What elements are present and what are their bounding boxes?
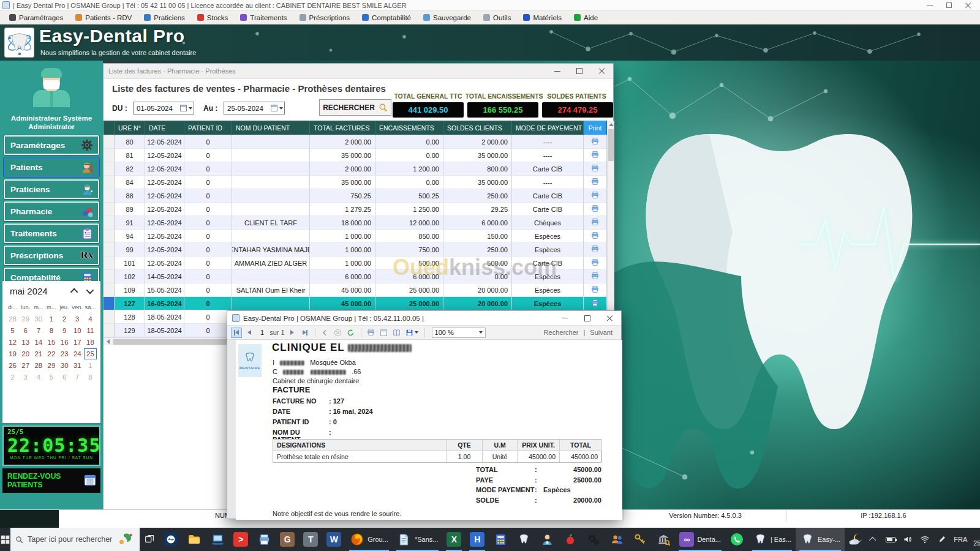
calendar-day[interactable]: 19 — [6, 348, 19, 359]
rendez-vous-button[interactable]: RENDEZ-VOUS PATIENTS — [2, 468, 100, 493]
table-row[interactable]: 10112-05-20240AMMARIA ZIED ALGER1 000.00… — [104, 257, 607, 270]
zoom-select[interactable]: 100 % — [432, 328, 486, 338]
calendar-day[interactable]: 8 — [84, 372, 97, 383]
calendar-day[interactable]: 9 — [58, 325, 71, 336]
volume-icon[interactable] — [902, 534, 913, 545]
back-button[interactable] — [320, 328, 331, 338]
taskbar-search[interactable]: Taper ici pour rechercher — [10, 528, 140, 551]
sidebar-item-praticiens[interactable]: Praticiens — [4, 179, 99, 199]
table-row[interactable]: 9112-05-20240CLIENT EL TARF18 000.0012 0… — [104, 216, 607, 230]
taskbar-item-file-explorer[interactable] — [183, 528, 206, 551]
menu-item-outils[interactable]: Outils — [478, 13, 516, 23]
maximize-icon[interactable] — [946, 2, 952, 8]
chevron-down-icon[interactable] — [279, 107, 283, 110]
printer-icon[interactable] — [590, 245, 600, 255]
calendar-day[interactable]: 16 — [58, 337, 71, 348]
calendar-day[interactable]: 12 — [6, 337, 19, 348]
calendar-day[interactable]: 1 — [45, 313, 58, 324]
calendar-day[interactable]: 20 — [19, 348, 32, 359]
search-button[interactable]: RECHERCHER — [319, 99, 391, 116]
taskbar-item-word[interactable]: W — [322, 528, 345, 551]
invoice-list-titlebar[interactable]: Liste des factures - Pharmacie - Prothès… — [104, 64, 613, 79]
start-button[interactable] — [0, 528, 10, 551]
calendar-day[interactable]: 6 — [58, 372, 71, 383]
taskbar-item-laptop-device[interactable] — [206, 528, 229, 551]
sidebar-item-prescriptions[interactable]: PréscriptionsRx — [4, 246, 99, 265]
taskbar-item-teamviewer[interactable] — [159, 528, 183, 551]
printer-icon[interactable] — [590, 258, 600, 268]
calendar-day[interactable]: 15 — [45, 337, 58, 348]
scroll-left-icon[interactable] — [107, 339, 110, 344]
calendar-day[interactable]: 21 — [32, 348, 45, 359]
preview-titlebar[interactable]: Easy-Dental Pro | OSMANE Group | Tél : 0… — [227, 311, 621, 326]
menu-item-stocks[interactable]: Stocks — [192, 13, 234, 23]
previous-page-button[interactable] — [244, 328, 255, 338]
menu-item-traitements[interactable]: Traitements — [235, 13, 292, 23]
taskbar-item-pepper-app[interactable] — [559, 528, 582, 551]
taskbar-item-system-tools[interactable]: T — [299, 528, 322, 551]
stop-button[interactable] — [333, 328, 344, 338]
taskbar-item-doctor-app[interactable] — [535, 528, 559, 551]
taskbar-item-whatsapp[interactable] — [725, 528, 748, 551]
printer-icon[interactable] — [590, 285, 600, 295]
calendar-day[interactable]: 6 — [19, 325, 32, 336]
taskbar-item-people-app[interactable] — [605, 528, 628, 551]
table-row[interactable]: 8212-05-202402 000.001 200.00800.00Carte… — [104, 162, 607, 176]
scroll-up-icon[interactable] — [609, 123, 614, 126]
table-row[interactable]: 10915-05-20240SALTANI Oum El Kheir45 000… — [104, 283, 607, 297]
date-to-input[interactable]: 25-05-2024 — [224, 102, 285, 114]
calendar-day[interactable]: 18 — [84, 337, 97, 348]
menu-item-parametrages[interactable]: Paramétrages — [4, 13, 69, 23]
sidebar-item-patients[interactable]: Patients — [4, 157, 99, 177]
taskbar-item-gears-app[interactable] — [582, 528, 605, 551]
calendar-day[interactable]: 4 — [84, 313, 97, 324]
find-label[interactable]: Rechercher — [544, 329, 579, 336]
taskbar-item-firefox-group[interactable]: Grou... — [345, 528, 393, 551]
language-indicator[interactable]: FRA — [954, 536, 967, 543]
calendar-day[interactable]: 31 — [71, 360, 84, 371]
calendar-day[interactable]: 8 — [45, 325, 58, 336]
taskbar-item-anydesk[interactable]: > — [229, 528, 252, 551]
close-icon[interactable] — [606, 315, 612, 321]
calendar-day[interactable]: 1 — [84, 360, 97, 371]
calendar-day[interactable]: 7 — [32, 325, 45, 336]
table-row[interactable]: 8012-05-202402 000.000.002 000.00---- — [104, 135, 607, 149]
taskbar-item-notepad-sans-titre[interactable]: *Sans... — [393, 528, 443, 551]
menu-item-materiels[interactable]: Matériels — [518, 13, 567, 23]
next-page-button[interactable] — [287, 328, 298, 338]
page-setup-button[interactable] — [391, 328, 402, 338]
calendar-day[interactable]: 26 — [6, 360, 19, 371]
find-next-label[interactable]: Suivant — [590, 329, 612, 336]
sidebar-item-pharmacie[interactable]: Pharmacie — [4, 201, 99, 221]
taskbar-item-easy-dental-easy[interactable]: Easy-... — [796, 528, 845, 551]
calendar-day[interactable]: 28 — [32, 360, 45, 371]
calendar-day[interactable]: 3 — [71, 313, 84, 324]
calendar-day[interactable]: 23 — [58, 348, 71, 359]
current-page[interactable]: 1 — [257, 329, 268, 336]
maximize-icon[interactable] — [576, 68, 582, 74]
first-page-button[interactable] — [231, 328, 242, 338]
printer-icon[interactable] — [590, 151, 600, 160]
calendar-day[interactable]: 14 — [32, 337, 45, 348]
wifi-icon[interactable] — [919, 534, 930, 545]
calendar-day[interactable]: 27 — [19, 360, 32, 371]
scrollbar-thumb[interactable] — [608, 129, 614, 161]
close-icon[interactable] — [598, 68, 605, 74]
calendar-day[interactable]: 5 — [6, 325, 19, 336]
taskbar-item-image-editor[interactable]: G — [276, 528, 299, 551]
table-row[interactable]: 12716-05-2024045 000.0025 000.0020 000.0… — [104, 297, 607, 310]
table-row[interactable]: 9412-05-202401 000.00850.00150.00Espèces — [104, 230, 607, 243]
printer-icon[interactable] — [590, 191, 600, 201]
calendar-day[interactable]: 29 — [45, 360, 58, 371]
pen-icon[interactable] — [937, 534, 948, 545]
calendar-day[interactable]: 11 — [84, 325, 97, 336]
table-row[interactable]: 9912-05-20240BENTAHAR YASMINA MAJDA1 000… — [104, 243, 607, 257]
taskbar-item-bank-search-app[interactable] — [652, 528, 675, 551]
printer-icon[interactable] — [590, 231, 600, 241]
maximize-icon[interactable] — [584, 315, 590, 321]
menu-item-aide[interactable]: Aide — [568, 13, 603, 23]
taskbar-item-h-app[interactable]: H — [466, 528, 489, 551]
calendar-day[interactable]: 2 — [58, 313, 71, 324]
calendar-day[interactable]: 24 — [71, 348, 84, 359]
last-page-button[interactable] — [300, 328, 311, 338]
